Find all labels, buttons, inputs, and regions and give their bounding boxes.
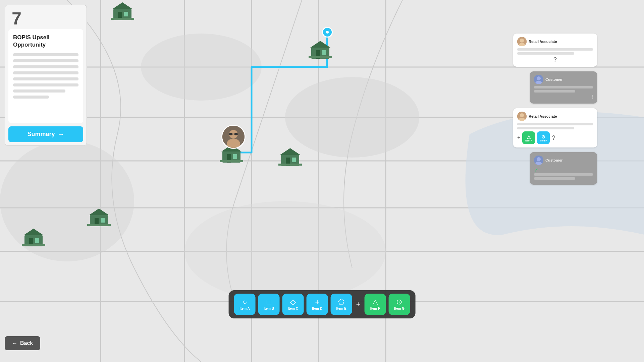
svg-rect-24 — [309, 56, 332, 58]
svg-marker-37 — [280, 148, 300, 155]
item-b-label: Item B — [264, 307, 274, 310]
svg-point-12 — [285, 77, 419, 158]
item-d-icon: ＋ — [314, 298, 321, 306]
chat-line-2b — [534, 90, 575, 93]
step-inner: BOPIS Upsell Opportunity — [8, 29, 83, 123]
route-pin-top — [322, 27, 333, 38]
svg-rect-44 — [101, 218, 105, 223]
chat-question-1: ? — [517, 56, 593, 63]
item-b-icon: □ — [267, 298, 271, 306]
item-e-label: Item E — [336, 307, 346, 310]
svg-rect-35 — [220, 160, 243, 162]
toolbar-item-b[interactable]: □ Item B — [258, 294, 280, 315]
back-button[interactable]: ← Back — [5, 336, 40, 350]
svg-rect-45 — [87, 224, 111, 226]
chat-message-2: Customer ! — [523, 71, 597, 104]
item-c-label: Item C — [288, 307, 298, 310]
svg-rect-50 — [22, 244, 45, 246]
chat-line-4a — [534, 173, 593, 176]
svg-point-55 — [537, 76, 541, 80]
svg-point-58 — [520, 113, 524, 117]
item-a-label: Item A — [239, 307, 250, 310]
step-line-1 — [13, 53, 78, 56]
svg-rect-29 — [234, 133, 238, 135]
item-g-icon: ⊙ — [541, 134, 545, 139]
house-icon-6 — [22, 228, 45, 248]
step-title: BOPIS Upsell Opportunity — [13, 34, 78, 49]
item-e-icon: ⬠ — [338, 298, 344, 306]
item-f-label: Item F — [525, 139, 532, 142]
svg-rect-18 — [124, 12, 128, 16]
summary-button[interactable]: Summary → — [8, 126, 83, 142]
house-icon-1 — [111, 2, 134, 21]
svg-rect-34 — [233, 154, 237, 159]
svg-marker-42 — [89, 208, 109, 215]
chat-line-1a — [517, 48, 593, 51]
toolbar: ○ Item A □ Item B ◇ Item C ＋ Item D ⬠ It… — [229, 290, 416, 318]
chat-line-3a — [517, 123, 593, 125]
retail-name-2: Retail Associate — [529, 114, 557, 118]
svg-point-61 — [537, 157, 541, 161]
step-number: 7 — [5, 5, 87, 29]
chat-items-row: + △ Item F ⊙ Item F ? — [517, 131, 593, 144]
character-avatar — [221, 125, 246, 149]
item-g-icon-toolbar: ⊙ — [396, 298, 402, 306]
toolbar-item-g[interactable]: ⊙ Item G — [388, 294, 410, 315]
items-plus: + — [517, 135, 520, 141]
step-line-5 — [13, 77, 78, 80]
toolbar-item-a[interactable]: ○ Item A — [234, 294, 256, 315]
svg-rect-19 — [111, 18, 134, 20]
step-line-2 — [13, 59, 78, 62]
svg-marker-21 — [310, 41, 330, 48]
svg-rect-39 — [292, 158, 296, 162]
step-card: 7 BOPIS Upsell Opportunity Summary → — [5, 5, 87, 146]
step-line-7 — [13, 89, 65, 93]
chat-line-4b — [534, 177, 575, 180]
chat-line-2a — [534, 86, 593, 88]
item-c-icon: ◇ — [290, 298, 296, 306]
item-g-label: Item F — [540, 139, 547, 142]
svg-rect-49 — [35, 238, 39, 243]
customer-name-2: Customer — [545, 158, 562, 162]
svg-point-14 — [0, 141, 134, 261]
back-label: Back — [20, 340, 33, 346]
svg-point-11 — [141, 34, 262, 101]
toolbar-item-f[interactable]: △ Item F — [364, 294, 386, 315]
chat-q-mark: ? — [552, 134, 555, 141]
step-line-3 — [13, 65, 78, 68]
house-icon-5 — [87, 208, 111, 228]
item-f-label-toolbar: Item F — [370, 307, 380, 310]
svg-marker-47 — [23, 229, 44, 235]
customer-avatar-1 — [534, 75, 543, 84]
chat-panel: Retail Associate ? Customer ! — [513, 34, 597, 185]
chat-message-1: Retail Associate ? — [513, 34, 597, 67]
chat-item-f[interactable]: △ Item F — [522, 131, 535, 144]
chat-line-1b — [517, 52, 574, 55]
chat-message-4: Customer ✓ — [523, 152, 597, 185]
retail-name-1: Retail Associate — [529, 40, 557, 44]
back-icon: ← — [12, 340, 17, 346]
item-d-label: Item D — [312, 307, 322, 310]
toolbar-item-d[interactable]: ＋ Item D — [307, 294, 328, 315]
item-g-label-toolbar: Item G — [394, 307, 405, 310]
svg-point-52 — [520, 39, 524, 43]
toolbar-item-e[interactable]: ⬠ Item E — [331, 294, 352, 315]
item-a-icon: ○ — [243, 298, 247, 306]
item-f-icon-toolbar: △ — [372, 298, 378, 306]
step-line-8 — [13, 96, 49, 99]
chat-line-3b — [517, 127, 574, 129]
summary-button-arrow: → — [58, 130, 64, 138]
customer-name-1: Customer — [545, 77, 562, 81]
svg-rect-23 — [322, 50, 326, 55]
chat-item-g[interactable]: ⊙ Item F — [537, 131, 550, 144]
retail-avatar-2 — [517, 112, 527, 121]
svg-rect-40 — [278, 164, 302, 166]
house-icon-2 — [309, 40, 332, 60]
step-line-6 — [13, 83, 78, 86]
toolbar-item-c[interactable]: ◇ Item C — [282, 294, 304, 315]
house-icon-4 — [278, 147, 302, 167]
chat-message-3: Retail Associate + △ Item F ⊙ Item F ? — [513, 108, 597, 147]
chat-checkmark: ✓ — [534, 167, 593, 173]
item-f-icon: △ — [527, 134, 531, 139]
step-line-4 — [13, 71, 78, 74]
